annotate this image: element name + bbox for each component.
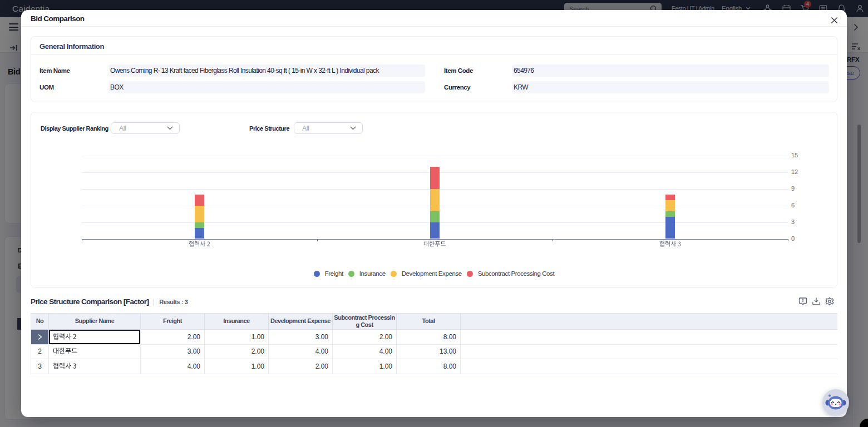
y-axis-tick-label: 3 — [791, 219, 795, 225]
x-axis-category-label: 협력사 2 — [166, 240, 233, 250]
empty-cell — [461, 345, 837, 360]
value-cell[interactable]: 2.00 — [205, 345, 269, 360]
value-cell[interactable]: 2.00 — [269, 359, 333, 374]
field-value-item-code[interactable]: 654976 — [512, 64, 829, 77]
y-axis-tick-label: 0 — [791, 235, 795, 242]
x-axis-line — [82, 239, 788, 240]
column-header-development-expense[interactable]: Development Expense — [269, 314, 333, 330]
table-row[interactable]: 3협력사 34.001.002.001.008.00 — [31, 359, 837, 374]
bar-협력사 2-insurance[interactable] — [195, 222, 204, 228]
supplier-name-cell[interactable]: 대한푸드 — [49, 345, 141, 360]
field-label-currency: Currency — [444, 84, 470, 91]
table-info-icon[interactable] — [798, 297, 807, 306]
bar-협력사 3-subcontract-processing-cost[interactable] — [665, 195, 675, 200]
legend-label: Insurance — [359, 270, 386, 277]
korean-text: 대한푸드 — [423, 241, 446, 248]
legend-swatch — [391, 271, 397, 277]
korean-text: 협력사 2 — [53, 333, 77, 341]
value-cell[interactable]: 2.00 — [141, 330, 205, 345]
bar-협력사 2-development-expense[interactable] — [195, 206, 204, 222]
value-cell[interactable]: 1.00 — [333, 359, 397, 374]
field-label-item-code: Item Code — [444, 67, 473, 74]
legend-item[interactable]: Subcontract Processing Cost — [467, 270, 555, 277]
y-axis-tick-label: 6 — [791, 202, 795, 208]
table-section-header: Price Structure Comparison [Factor] Resu… — [31, 297, 837, 309]
card-divider — [31, 54, 837, 55]
x-axis-tick — [553, 239, 553, 241]
supplier-name-cell[interactable]: 협력사 3 — [49, 359, 141, 374]
bid-comparison-dialog: Bid Comparison General Information Item … — [21, 10, 847, 417]
table-header-row: NoSupplier NameFreightInsuranceDevelopme… — [31, 314, 837, 330]
korean-text: 대한푸드 — [53, 347, 77, 355]
column-header-no[interactable]: No — [31, 314, 49, 330]
stacked-bar-chart: 03691215협력사 2대한푸드협력사 3 — [31, 112, 837, 287]
empty-cell — [461, 359, 837, 374]
legend-item[interactable]: Development Expense — [391, 270, 462, 277]
value-cell[interactable]: 3.00 — [269, 330, 333, 345]
column-header-supplier-name[interactable]: Supplier Name — [49, 314, 141, 330]
x-axis-tick — [788, 239, 788, 241]
value-cell[interactable]: 2.00 — [333, 330, 397, 345]
value-cell[interactable]: 3.00 — [141, 345, 205, 360]
value-cell[interactable]: 1.00 — [205, 359, 269, 374]
bar-협력사 3-development-expense[interactable] — [665, 200, 675, 211]
value-cell[interactable]: 4.00 — [333, 345, 397, 360]
value-cell[interactable]: 4.00 — [141, 359, 205, 374]
table-toolbar-icons — [798, 297, 834, 306]
legend-item[interactable]: Freight — [314, 270, 343, 277]
dialog-close-icon[interactable] — [828, 14, 840, 26]
table-row[interactable]: 협력사 22.001.003.002.008.00 — [31, 330, 837, 345]
y-axis-tick-label: 9 — [791, 185, 795, 192]
x-axis-category-label: 협력사 3 — [637, 240, 703, 250]
title-separator — [154, 299, 154, 306]
column-header-total[interactable]: Total — [397, 314, 461, 330]
legend-label: Subcontract Processing Cost — [478, 270, 555, 277]
x-axis-tick — [317, 239, 318, 241]
value-cell[interactable]: 8.00 — [397, 330, 461, 345]
value-cell[interactable]: 4.00 — [269, 345, 333, 360]
field-value-uom[interactable]: BOX — [108, 81, 425, 93]
bar-대한푸드-development-expense[interactable] — [430, 189, 440, 211]
chart-legend: FreightInsuranceDevelopment ExpenseSubco… — [31, 270, 837, 277]
column-header-insurance[interactable]: Insurance — [205, 314, 269, 330]
bar-협력사 2-freight[interactable] — [195, 228, 204, 239]
column-header-freight[interactable]: Freight — [141, 314, 205, 330]
dialog-titlebar: Bid Comparison — [21, 10, 847, 27]
column-header-subcontract-processing-cost[interactable]: Subcontract Processing Cost — [333, 314, 397, 330]
field-value-item-name[interactable]: Owens Corning R- 13 Kraft faced Fibergla… — [108, 64, 425, 77]
price-structure-table: NoSupplier NameFreightInsuranceDevelopme… — [31, 313, 837, 374]
field-label-item-name: Item Name — [40, 67, 70, 74]
bar-협력사 3-freight[interactable] — [665, 217, 675, 239]
korean-text: 협력사 3 — [659, 241, 681, 248]
value-cell[interactable]: 8.00 — [397, 359, 461, 374]
table-row[interactable]: 2대한푸드3.002.004.004.0013.00 — [31, 345, 837, 360]
bar-대한푸드-subcontract-processing-cost[interactable] — [430, 167, 440, 189]
column-header-filler — [461, 314, 837, 330]
legend-swatch — [348, 271, 354, 277]
field-label-uom: UOM — [40, 84, 54, 91]
dialog-title: Bid Comparison — [31, 14, 85, 23]
legend-item[interactable]: Insurance — [348, 270, 386, 277]
korean-text: 협력사 3 — [53, 363, 77, 370]
empty-cell — [461, 330, 837, 345]
row-number[interactable]: 2 — [31, 345, 49, 360]
table-settings-gear-icon[interactable] — [825, 297, 834, 306]
bar-대한푸드-insurance[interactable] — [430, 211, 440, 222]
chart-card: Display Supplier Ranking All Price Struc… — [31, 112, 837, 288]
field-value-currency[interactable]: KRW — [512, 81, 829, 93]
row-number[interactable]: 3 — [31, 359, 49, 374]
chart-gridline — [82, 156, 788, 156]
download-icon[interactable] — [812, 297, 821, 306]
legend-label: Freight — [325, 270, 343, 277]
bar-대한푸드-freight[interactable] — [430, 222, 440, 239]
chatbot-button[interactable] — [822, 389, 849, 416]
x-axis-category-label: 대한푸드 — [401, 240, 468, 250]
supplier-name-cell[interactable]: 협력사 2 — [49, 330, 141, 345]
bar-협력사 3-insurance[interactable] — [665, 211, 675, 217]
bar-협력사 2-subcontract-processing-cost[interactable] — [195, 195, 204, 206]
legend-swatch — [467, 271, 473, 277]
value-cell[interactable]: 13.00 — [397, 345, 461, 360]
row-indicator-chevron[interactable] — [31, 330, 49, 345]
general-information-card: General Information Item NameOwens Corni… — [31, 36, 837, 102]
value-cell[interactable]: 1.00 — [205, 330, 269, 345]
